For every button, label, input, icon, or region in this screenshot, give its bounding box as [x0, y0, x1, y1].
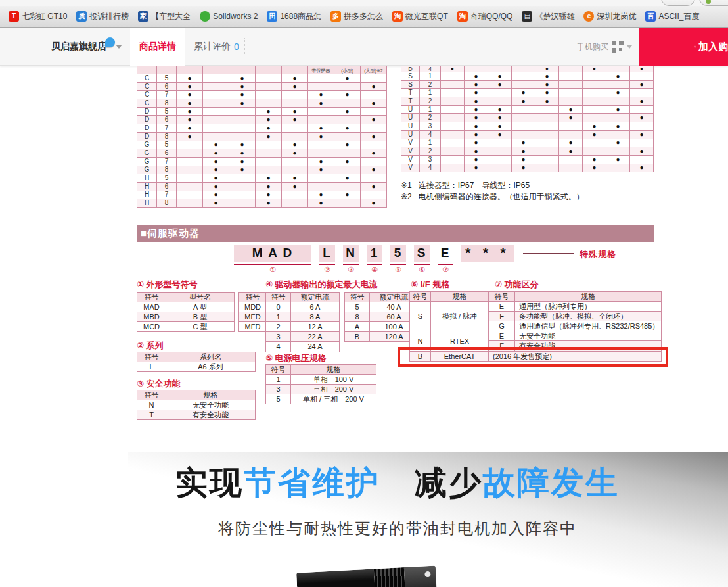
dot-cell: ● — [282, 174, 308, 183]
dot-cell: ● — [361, 132, 387, 141]
dot-table-partial-header: 带保护器(小型)(大型)※2 — [137, 66, 387, 74]
dot: ● — [319, 158, 323, 165]
dot-cell: ● — [256, 174, 282, 183]
footnote-mark: ※2 — [401, 191, 412, 202]
movie-clapper-icon: ▤ — [522, 11, 532, 22]
dot-cell: ● — [308, 191, 334, 199]
dot-table-row: U1●●●● — [401, 105, 654, 114]
dot-cell — [512, 66, 535, 72]
dot: ● — [545, 97, 549, 105]
dot-cell — [334, 199, 361, 208]
if-table-row: S模拟 / 脉冲E通用型（脉冲列专用） — [410, 302, 662, 312]
dot: ● — [371, 199, 375, 206]
dot-cell — [630, 89, 654, 97]
cell: MAD — [137, 302, 166, 312]
dot-cell — [559, 164, 583, 172]
model-code-box: M A D — [234, 245, 311, 262]
cell: 8 A — [291, 312, 340, 322]
tab-product-detail[interactable]: 商品详情 — [130, 28, 185, 66]
bookmark-item[interactable]: e深圳龙岗优 — [579, 10, 641, 24]
dot-cell: ● — [308, 199, 334, 208]
dot: ● — [214, 141, 217, 148]
dot-cell: ● — [535, 89, 559, 97]
footnote: ※2电机侧编码器的连接器。（也适用于锁紧式。） — [401, 191, 584, 202]
dot-cell: ● — [512, 89, 535, 97]
spec-table-row: MBDB 型 — [137, 312, 235, 322]
quality-complaint-icon: 质 — [76, 11, 87, 22]
dot-table-row: U3●●●● — [401, 122, 654, 131]
dot-cell — [361, 191, 387, 199]
dot-cell — [583, 89, 606, 97]
frame-symbol-cell: U — [401, 114, 420, 122]
spec-table-row: T有安全功能 — [137, 410, 256, 420]
dot-table-row: C6●●●● — [137, 82, 387, 91]
bookmark-item[interactable]: 淘奇瑞QQ/QQ — [453, 10, 518, 24]
dot-cell — [308, 74, 334, 83]
cell: N — [137, 400, 166, 410]
motor-image — [296, 565, 437, 587]
browser-window: T七彩虹 GT10质投诉排行榜家【车型大全Solidworks 2田1688商品… — [0, 0, 728, 587]
dot-cell: ● — [630, 164, 654, 172]
dot-cell — [282, 132, 308, 141]
spec-table-row: 424 A — [266, 342, 340, 352]
dot-cell: ● — [488, 130, 512, 139]
add-to-cart-button[interactable]: 加入购 — [639, 28, 728, 66]
model-code-number: ⑤ — [395, 266, 401, 274]
size-symbol-cell: 6 — [157, 182, 177, 191]
cell: 有安全功能 — [166, 410, 256, 420]
dot: ● — [345, 91, 349, 98]
if-table-row: NRTEXE无安全功能 — [410, 331, 662, 341]
dot-cell — [308, 116, 334, 124]
tab-reviews[interactable]: 累计评价 0 — [194, 28, 239, 66]
browser-button-remnant[interactable] — [699, 0, 728, 6]
dot-cell: ● — [465, 164, 488, 172]
model-code-underline — [367, 264, 382, 265]
dot: ● — [592, 122, 596, 129]
size-symbol-cell: 6 — [157, 149, 177, 158]
dot: ● — [214, 149, 217, 156]
size-symbol-cell: 1 — [420, 139, 441, 147]
bookmark-item[interactable]: Solidworks 2 — [195, 10, 262, 23]
function-symbol-cell: E — [489, 302, 515, 312]
dot-cell — [488, 164, 512, 172]
shop-name[interactable]: 贝启嘉旗舰店 — [51, 41, 106, 53]
dot-cell: ● — [441, 66, 465, 72]
header-cell: 规格 — [291, 365, 376, 375]
bookmark-item[interactable]: ▤《楚汉骄雄 — [517, 10, 579, 24]
dot: ● — [266, 183, 270, 190]
dot-cell: ● — [203, 141, 229, 149]
dot-cell — [488, 147, 512, 156]
spec-table-row: LA6 系列 — [137, 362, 256, 372]
dot-cell — [334, 82, 361, 91]
mobile-buy[interactable]: 手机购买 — [577, 28, 632, 66]
model-code-box: L — [319, 245, 335, 262]
bookmark-item[interactable]: 淘微光互联QT — [388, 10, 453, 24]
dot-cell: ● — [203, 166, 229, 174]
voltage-table: 符号规格1单相 100 V3三相 200 V5单相 / 三相 200 V — [265, 364, 376, 404]
dot-cell: ● — [361, 149, 387, 158]
size-symbol-cell: 3 — [420, 155, 441, 164]
bookmark-item[interactable]: T七彩虹 GT10 — [4, 10, 72, 24]
dot: ● — [345, 74, 349, 82]
bookmark-item[interactable]: 百ASCII_百度 — [641, 10, 704, 24]
header-cell: 符号 — [137, 352, 166, 362]
banner-title-part: 实现 — [175, 465, 244, 500]
bookmark-item[interactable]: 质投诉排行榜 — [72, 10, 133, 24]
frame-symbol-cell: T — [401, 89, 420, 97]
bookmark-item[interactable]: 田1688商品怎 — [262, 10, 326, 24]
dot-cell — [361, 157, 387, 166]
footnote-text: 电机侧编码器的连接器。（也适用于锁紧式。） — [419, 191, 584, 202]
bookmark-label: 1688商品怎 — [280, 11, 321, 22]
bookmark-item[interactable]: 多拼多多怎么 — [326, 10, 388, 24]
dot-cell — [441, 139, 465, 147]
dot: ● — [474, 122, 478, 129]
chevron-down-icon[interactable] — [116, 45, 122, 49]
dot-cell — [488, 97, 512, 106]
dot-cell: ● — [465, 105, 488, 114]
bookmark-item[interactable]: 家【车型大全 — [133, 10, 195, 24]
dot-cell: ● — [282, 74, 308, 83]
dot-cell — [488, 89, 512, 97]
browser-button-remnant[interactable] — [661, 0, 695, 6]
dot-cell — [229, 132, 256, 141]
dot: ● — [371, 183, 375, 190]
